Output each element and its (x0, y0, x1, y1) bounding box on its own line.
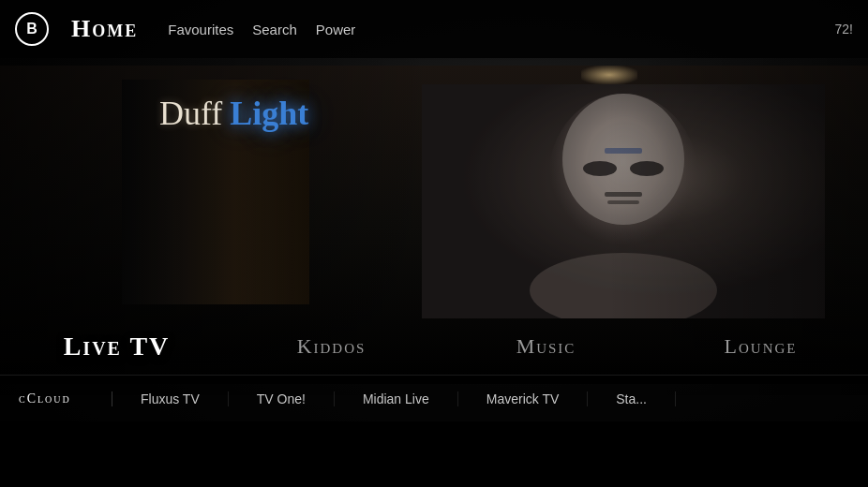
channel-list: Fluxus TV TV One! Midian Live Maverick T… (112, 391, 868, 406)
logo-letter: B (26, 21, 37, 37)
channel-maverick-tv[interactable]: Maverick TV (458, 391, 589, 406)
category-music[interactable]: Music (439, 327, 653, 366)
category-lounge[interactable]: Lounge (653, 327, 868, 366)
sign-word1: Duff (159, 94, 222, 133)
page-title: Home (71, 15, 138, 43)
channel-fluxus-tv[interactable]: Fluxus TV (112, 391, 229, 406)
channel-tv-one[interactable]: TV One! (229, 391, 335, 406)
duff-light-sign: Duff Light (159, 94, 308, 133)
category-kiddos[interactable]: Kiddos (224, 327, 439, 366)
category-strip: Live TV Kiddos Music Lounge (0, 318, 868, 375)
nav-favourites[interactable]: Favourites (168, 22, 233, 37)
bottom-bar (0, 421, 868, 487)
header: B Home Favourites Search Power 72! (0, 0, 868, 58)
nav-power[interactable]: Power (316, 22, 356, 37)
sign-word2: Light (230, 94, 308, 133)
main-nav: Favourites Search Power (168, 22, 355, 37)
channel-bar: cCloud Fluxus TV TV One! Midian Live Mav… (0, 375, 868, 421)
header-status: 72! (835, 22, 853, 37)
channel-midian-live[interactable]: Midian Live (335, 391, 458, 406)
logo-button[interactable]: B (15, 12, 49, 46)
category-live-tv[interactable]: Live TV (9, 324, 224, 369)
channel-bar-label: cCloud (0, 391, 112, 406)
nav-search[interactable]: Search (252, 22, 297, 37)
channel-star[interactable]: Sta... (588, 391, 676, 406)
